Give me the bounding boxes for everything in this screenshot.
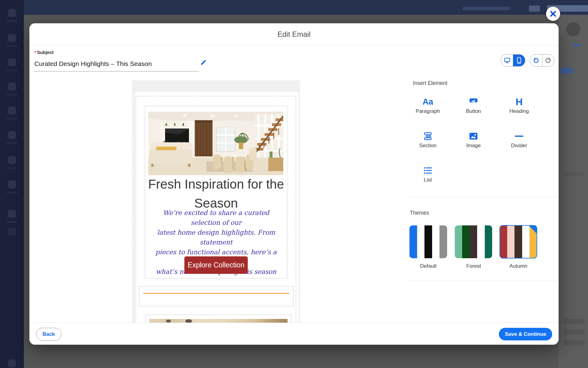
sidebar-item-icon bbox=[8, 359, 16, 367]
sidebar-item-icon bbox=[8, 9, 16, 17]
paragraph-icon: Aa bbox=[423, 98, 433, 106]
topbar-control-dimmed bbox=[529, 6, 540, 12]
subject-label: *Subject bbox=[34, 50, 54, 55]
save-continue-button[interactable]: Save & Continue bbox=[499, 328, 552, 340]
insert-section[interactable]: Section bbox=[408, 131, 448, 153]
insert-element-title: Insert Element bbox=[413, 80, 447, 86]
theme-autumn-label: Autumn bbox=[499, 263, 537, 269]
panel-dimmed bbox=[564, 330, 585, 335]
undo-icon bbox=[533, 57, 539, 63]
email-divider-line bbox=[143, 293, 289, 294]
themes-title: Themes bbox=[410, 210, 429, 216]
insert-heading[interactable]: H Heading bbox=[499, 96, 539, 119]
insert-divider[interactable]: Divider bbox=[499, 131, 539, 153]
email-cta-button[interactable]: Explore Collection bbox=[184, 256, 248, 274]
panel-divider bbox=[409, 281, 557, 281]
theme-forest-label: Forest bbox=[455, 263, 492, 269]
undo-button[interactable] bbox=[530, 55, 542, 66]
subject-input[interactable] bbox=[34, 57, 199, 71]
second-email-image bbox=[149, 319, 288, 323]
email-hero-image[interactable] bbox=[148, 112, 283, 175]
link-dimmed bbox=[573, 44, 580, 47]
panel-divider bbox=[409, 197, 557, 197]
selected-corner-fold bbox=[529, 225, 537, 234]
required-asterisk: * bbox=[34, 50, 36, 55]
insert-paragraph[interactable]: Aa Paragraph bbox=[408, 96, 448, 119]
sidebar-item-icon bbox=[8, 58, 16, 66]
sidebar-item-label-bar bbox=[6, 94, 17, 95]
divider-icon bbox=[514, 135, 524, 138]
desktop-icon bbox=[504, 57, 511, 63]
topbar-search-dimmed bbox=[462, 7, 510, 10]
sidebar-item-icon bbox=[8, 34, 16, 42]
desktop-view-button[interactable] bbox=[501, 55, 513, 66]
theme-default-label: Default bbox=[409, 263, 447, 269]
image-icon bbox=[469, 132, 478, 140]
pencil-icon bbox=[200, 59, 207, 66]
button-dimmed bbox=[560, 68, 573, 73]
sidebar-item-icon bbox=[8, 210, 16, 218]
modal-title: Edit Email bbox=[277, 30, 311, 39]
insert-list[interactable]: List bbox=[408, 165, 448, 188]
sidebar-item-icon bbox=[8, 106, 16, 114]
app-page-dimmed bbox=[559, 15, 588, 368]
theme-autumn-swatch[interactable] bbox=[500, 225, 537, 258]
subject-edit-button[interactable] bbox=[200, 59, 207, 66]
sidebar-item-label-bar bbox=[6, 70, 17, 71]
heading-icon: H bbox=[515, 97, 522, 107]
close-icon bbox=[549, 10, 557, 17]
list-icon bbox=[423, 167, 432, 174]
view-mode-toggle bbox=[501, 54, 525, 67]
sidebar-item-label-bar bbox=[6, 45, 17, 47]
email-heading[interactable]: Fresh Inspiration for the Season bbox=[148, 175, 285, 213]
sidebar-item-icon bbox=[8, 156, 16, 164]
sidebar-item-label-bar bbox=[6, 118, 17, 119]
email-divider-block[interactable] bbox=[139, 286, 293, 306]
theme-forest-swatch[interactable] bbox=[455, 225, 492, 258]
insert-image[interactable]: Image bbox=[454, 131, 493, 153]
mobile-icon bbox=[517, 57, 521, 64]
back-button[interactable]: Back bbox=[36, 328, 61, 341]
panel-dimmed bbox=[564, 172, 585, 176]
close-modal-button[interactable] bbox=[546, 7, 560, 21]
sidebar-item-label-bar bbox=[6, 192, 17, 193]
living-room-image bbox=[148, 112, 283, 175]
modal-header: Edit Email bbox=[29, 23, 559, 45]
mobile-view-button[interactable] bbox=[513, 55, 525, 66]
avatar-dimmed bbox=[566, 22, 580, 36]
redo-button[interactable] bbox=[542, 55, 554, 66]
edit-email-modal: Edit Email *Subject bbox=[29, 23, 559, 345]
insert-button[interactable]: Button bbox=[454, 96, 493, 119]
redo-icon bbox=[545, 57, 551, 63]
app-topbar-dimmed bbox=[24, 0, 588, 15]
app-sidebar-dimmed bbox=[0, 0, 24, 368]
email-preview-canvas: Fresh Inspiration for the Season We’re e… bbox=[132, 80, 300, 323]
sidebar-item-label-bar bbox=[6, 142, 17, 144]
email-section-block[interactable]: Fresh Inspiration for the Season We’re e… bbox=[145, 106, 287, 278]
theme-default-swatch[interactable] bbox=[409, 225, 447, 258]
panel-dimmed bbox=[564, 340, 585, 345]
sidebar-item-label-bar bbox=[6, 167, 17, 169]
sidebar-item-label-bar bbox=[6, 20, 17, 22]
sidebar-item-icon bbox=[8, 131, 16, 139]
panel-dimmed bbox=[564, 319, 585, 324]
section-icon bbox=[423, 132, 432, 140]
history-controls bbox=[530, 54, 554, 67]
sidebar-item-icon bbox=[8, 180, 16, 188]
email-image-block[interactable] bbox=[145, 315, 292, 323]
sidebar-item-icon bbox=[8, 82, 16, 90]
sidebar-item-label-bar bbox=[6, 221, 17, 223]
modal-footer: Back Save & Continue bbox=[29, 323, 559, 345]
button-icon bbox=[469, 97, 478, 106]
sidebar-item-icon bbox=[8, 228, 16, 236]
screen: Edit Email *Subject bbox=[0, 0, 588, 368]
